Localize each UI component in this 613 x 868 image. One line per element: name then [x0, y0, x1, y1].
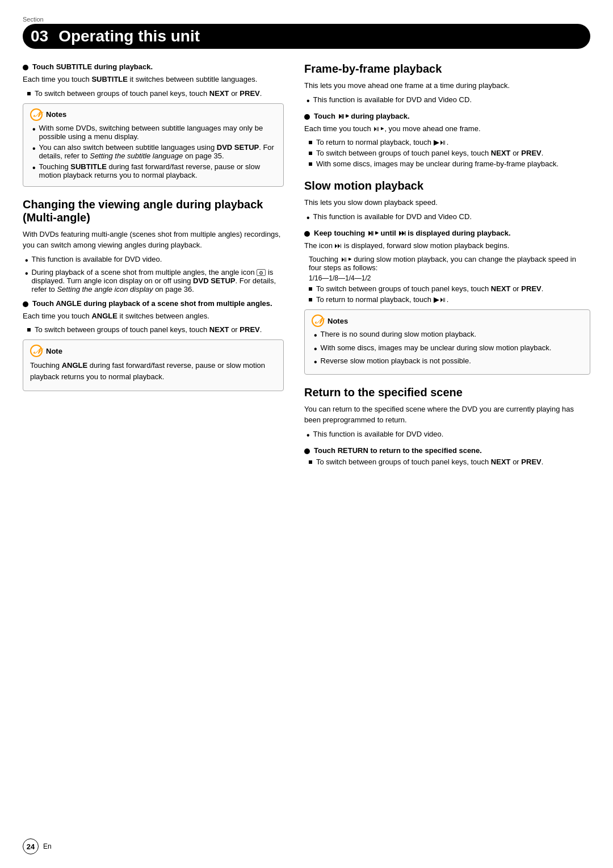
return-bullet1-text: This function is available for DVD video… — [313, 430, 444, 438]
slow-para3-text: Touching ⏯▶ during slow motion playback,… — [309, 255, 590, 272]
note-para: Touching ANGLE during fast forward/fast … — [30, 360, 276, 382]
page-footer: 24 En — [23, 838, 52, 854]
sq-slow-1 — [309, 287, 312, 291]
slow-sq-2-text: To return to normal playback, touch ▶⏯. — [316, 295, 448, 304]
slow-title: Slow motion playback — [304, 179, 590, 192]
frame-sq-1-text: To return to normal playback, touch ▶⏯. — [316, 138, 448, 146]
circle-return — [304, 448, 310, 454]
dot-angle-2: • — [25, 268, 28, 279]
dot-slow-note-1: • — [314, 330, 317, 341]
notes-header: 𝒩 Notes — [30, 108, 276, 121]
sq-slow-2 — [309, 298, 312, 301]
slow-bullet1: • This function is available for DVD and… — [306, 212, 590, 223]
subtitle-para1: Each time you touch SUBTITLE it switches… — [23, 74, 284, 85]
slow-heading: Keep touching ⏯▶ until ⏭ is displayed du… — [314, 229, 511, 237]
note-item-3: • Touching SUBTITLE during fast forward/… — [32, 162, 276, 179]
right-column: Frame-by-frame playback This lets you mo… — [304, 62, 590, 468]
frame-para2: Each time you touch ⏯▶, you move ahead o… — [304, 123, 590, 135]
frame-sq-2-text: To switch between groups of touch panel … — [316, 149, 543, 157]
return-para1: You can return to the specified scene wh… — [304, 404, 590, 426]
language-label: En — [43, 842, 52, 850]
dot-angle-1: • — [25, 255, 28, 266]
frame-heading-block: Touch ⏯▶ during playback. — [304, 112, 590, 120]
frame-bullet1-text: This function is available for DVD and V… — [313, 95, 472, 104]
note-item-2: • You can also switch between subtitle l… — [32, 143, 276, 160]
slow-para1: This lets you slow down playback speed. — [304, 197, 590, 208]
note-header: 𝒩 Note — [30, 345, 276, 357]
slow-para2: The icon ⏭ is displayed, forward slow mo… — [304, 240, 590, 251]
left-column: Touch SUBTITLE during playback. Each tim… — [23, 62, 284, 468]
page: Section 03 Operating this unit Touch SUB… — [0, 0, 613, 868]
section-label: Section — [23, 16, 590, 23]
angle-para2: Each time you touch ANGLE it switches be… — [23, 311, 284, 322]
angle-bullet1: • This function is available for DVD vid… — [25, 255, 284, 266]
note-item-1: • With some DVDs, switching between subt… — [32, 124, 276, 141]
subtitle-bullet1: To switch between groups of touch panel … — [27, 89, 284, 98]
slow-note-2: • With some discs, images may be unclear… — [314, 343, 583, 354]
frame-sq-1: To return to normal playback, touch ▶⏯. — [309, 138, 590, 146]
frame-bullet1: • This function is available for DVD and… — [306, 95, 590, 106]
return-sq-1: To switch between groups of touch panel … — [309, 458, 590, 466]
angle-para1: With DVDs featuring multi-angle (scenes … — [23, 229, 284, 251]
frame-sq-2: To switch between groups of touch panel … — [309, 149, 590, 157]
section-number: 03 — [31, 27, 48, 45]
dot-slow-note-3: • — [314, 357, 317, 367]
notes-box: 𝒩 Notes • With some DVDs, switching betw… — [23, 103, 284, 187]
angle-bullet-sq-text: To switch between groups of touch panel … — [35, 325, 262, 334]
subtitle-heading: Touch SUBTITLE during playback. — [32, 62, 153, 71]
return-title: Return to the specified scene — [304, 386, 590, 399]
return-bullet1: • This function is available for DVD vid… — [306, 430, 590, 441]
note-box: 𝒩 Note Touching ANGLE during fast forwar… — [23, 339, 284, 391]
slow-note-1-text: There is no sound during slow motion pla… — [321, 330, 477, 338]
dot-return-1: • — [306, 430, 310, 441]
sq-return-1 — [309, 460, 312, 464]
dot-slow-1: • — [306, 212, 310, 223]
note-text-1: With some DVDs, switching between subtit… — [39, 124, 276, 141]
note-text-2: You can also switch between subtitle lan… — [39, 143, 276, 160]
dot-frame-1: • — [306, 95, 310, 106]
slow-note-2-text: With some discs, images may be unclear d… — [321, 343, 552, 352]
section-header: 03 Operating this unit — [23, 24, 590, 49]
sq-frame-1 — [309, 141, 312, 144]
frame-heading: Touch ⏯▶ during playback. — [314, 112, 410, 120]
slow-note-3: • Reverse slow motion playback is not po… — [314, 357, 583, 367]
circle-slow — [304, 231, 310, 237]
note-text-3: Touching SUBTITLE during fast forward/fa… — [39, 162, 276, 179]
angle-heading2: Touch ANGLE during playback of a scene s… — [32, 299, 272, 308]
slow-sq-1-text: To switch between groups of touch panel … — [316, 284, 543, 293]
slow-note-3-text: Reverse slow motion playback is not poss… — [321, 357, 471, 365]
section-title: Operating this unit — [58, 27, 200, 45]
frame-sq-3-text: With some discs, images may be unclear d… — [316, 160, 559, 168]
circle-frame — [304, 114, 310, 120]
slow-fraction: 1/16—1/8—1/4—1/2 — [309, 274, 590, 282]
angle-bullet2: • During playback of a scene shot from m… — [25, 268, 284, 293]
sq-frame-2 — [309, 152, 312, 155]
angle-bullet2-text: During playback of a scene shot from mul… — [32, 268, 284, 293]
frame-para1: This lets you move ahead one frame at a … — [304, 80, 590, 91]
slow-notes-box: 𝒩 Notes • There is no sound during slow … — [304, 309, 590, 375]
angle-heading-block: Touch ANGLE during playback of a scene s… — [23, 299, 284, 308]
notes-icon: 𝒩 — [30, 108, 43, 121]
note-title: Note — [46, 347, 62, 355]
angle-section-title: Changing the viewing angle during playba… — [23, 198, 284, 224]
slow-notes-title: Notes — [328, 317, 348, 325]
frame-title: Frame-by-frame playback — [304, 62, 590, 76]
frame-sq-3: With some discs, images may be unclear d… — [309, 160, 590, 168]
page-number: 24 — [23, 838, 39, 854]
slow-heading-block: Keep touching ⏯▶ until ⏭ is displayed du… — [304, 229, 590, 237]
slow-bullet1-text: This function is available for DVD and V… — [313, 212, 472, 221]
angle-bullet-sq: To switch between groups of touch panel … — [27, 325, 284, 334]
dot-slow-note-2: • — [314, 343, 317, 354]
slow-notes-icon: 𝒩 — [312, 315, 324, 327]
note-icon: 𝒩 — [30, 345, 43, 357]
slow-sq-2: To return to normal playback, touch ▶⏯. — [309, 295, 590, 304]
dot-bullet-1: • — [32, 124, 36, 135]
slow-note-1: • There is no sound during slow motion p… — [314, 330, 583, 341]
return-heading: Touch RETURN to return to the specified … — [314, 446, 482, 455]
slow-para3-block: Touching ⏯▶ during slow motion playback,… — [309, 255, 590, 272]
slow-notes-header: 𝒩 Notes — [312, 315, 583, 327]
return-heading-block: Touch RETURN to return to the specified … — [304, 446, 590, 455]
circle-bullet-angle — [23, 301, 28, 307]
sq-frame-3 — [309, 162, 312, 166]
sq-bullet — [27, 92, 31, 95]
